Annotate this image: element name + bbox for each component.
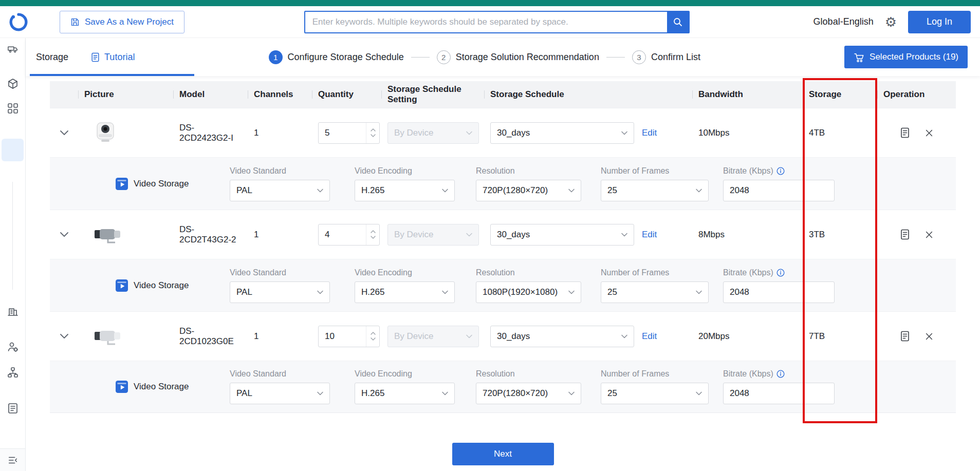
quantity-input[interactable] bbox=[319, 123, 366, 143]
field-label: Video Standard bbox=[230, 166, 330, 176]
tab-storage[interactable]: Storage bbox=[36, 52, 68, 63]
quantity-spinner-icons[interactable] bbox=[366, 123, 379, 143]
edit-link[interactable]: Edit bbox=[642, 331, 657, 341]
delete-x-icon[interactable] bbox=[924, 332, 934, 341]
camera-image bbox=[78, 224, 173, 246]
storage-schedule-select[interactable]: 30_days bbox=[490, 224, 634, 246]
storage-schedule-select[interactable]: 30_days bbox=[490, 326, 634, 347]
collapse-sidebar-icon[interactable] bbox=[0, 448, 25, 471]
main-content: Storage Tutorial 1 Configure Storage Sch… bbox=[26, 38, 980, 471]
active-nav-highlight[interactable] bbox=[2, 139, 24, 161]
vehicle-icon[interactable] bbox=[6, 42, 20, 55]
details-document-icon[interactable] bbox=[900, 127, 910, 139]
search-input[interactable] bbox=[305, 12, 667, 32]
frames-field: Number of Frames 25 bbox=[601, 166, 709, 201]
storage-value: 4TB bbox=[803, 128, 877, 138]
field-label: Video Encoding bbox=[355, 166, 455, 176]
quantity-stepper[interactable] bbox=[318, 326, 380, 347]
bitrate-input[interactable] bbox=[723, 281, 835, 303]
quantity-input[interactable] bbox=[319, 224, 366, 245]
info-icon[interactable] bbox=[776, 167, 785, 175]
channels-value: 1 bbox=[248, 128, 312, 138]
storage-value: 3TB bbox=[803, 230, 877, 240]
resolution-select[interactable]: 720P(1280×720) bbox=[476, 180, 581, 201]
resolution-field: Resolution 720P(1280×720) bbox=[476, 166, 581, 201]
next-button[interactable]: Next bbox=[452, 443, 554, 465]
edit-link[interactable]: Edit bbox=[642, 128, 657, 138]
save-project-button[interactable]: Save As a New Project bbox=[60, 11, 184, 33]
bitrate-input[interactable] bbox=[723, 383, 835, 404]
step-dash bbox=[411, 57, 430, 58]
field-label: Video Encoding bbox=[355, 268, 455, 277]
video-standard-select[interactable]: PAL bbox=[230, 281, 330, 303]
details-document-icon[interactable] bbox=[900, 330, 910, 342]
field-label: Resolution bbox=[476, 268, 581, 277]
frames-select[interactable]: 25 bbox=[601, 281, 709, 303]
quantity-stepper[interactable] bbox=[318, 122, 380, 144]
field-label: Bitrate (Kbps) bbox=[723, 268, 773, 277]
login-button[interactable]: Log In bbox=[908, 11, 971, 33]
video-standard-field: Video Standard PAL bbox=[230, 166, 330, 201]
quantity-spinner-icons[interactable] bbox=[366, 224, 379, 245]
expand-row-chevron-icon[interactable] bbox=[60, 232, 68, 237]
selected-products-button[interactable]: Selected Products (19) bbox=[844, 46, 968, 68]
schedule-setting-select[interactable]: By Device bbox=[387, 122, 479, 144]
brand-logo[interactable] bbox=[9, 13, 28, 31]
bandwidth-value: 20Mbps bbox=[692, 331, 803, 342]
step-dash bbox=[606, 57, 625, 58]
video-encoding-select[interactable]: H.265 bbox=[355, 383, 455, 404]
schedule-setting-select[interactable]: By Device bbox=[387, 224, 479, 246]
video-encoding-select[interactable]: H.265 bbox=[355, 281, 455, 303]
expand-row-chevron-icon[interactable] bbox=[60, 130, 68, 136]
delete-x-icon[interactable] bbox=[924, 128, 934, 138]
resolution-select[interactable]: 1080P(1920×1080) bbox=[476, 281, 581, 303]
table-header-row: Picture Model Channels Quantity Storage … bbox=[50, 81, 956, 108]
settings-gear-icon[interactable]: ⚙ bbox=[885, 15, 897, 29]
save-button-label: Save As a New Project bbox=[85, 17, 174, 27]
details-document-icon[interactable] bbox=[900, 229, 910, 240]
info-icon[interactable] bbox=[776, 370, 785, 378]
hierarchy-icon[interactable] bbox=[6, 366, 20, 379]
progress-stepper: 1 Configure Storage Schedule 2 Storage S… bbox=[269, 50, 700, 64]
model-text: DS-2CD1023G0E bbox=[173, 326, 248, 347]
bitrate-input[interactable] bbox=[723, 180, 835, 201]
video-standard-select[interactable]: PAL bbox=[230, 383, 330, 404]
video-standard-field: Video Standard PAL bbox=[230, 369, 330, 404]
header-quantity: Quantity bbox=[312, 89, 381, 100]
frames-select[interactable]: 25 bbox=[601, 180, 709, 201]
checklist-icon[interactable] bbox=[6, 402, 20, 415]
field-label: Bitrate (Kbps) bbox=[723, 369, 773, 379]
frames-select[interactable]: 25 bbox=[601, 383, 709, 404]
cart-icon bbox=[854, 52, 864, 63]
delete-x-icon[interactable] bbox=[924, 230, 934, 239]
header-bandwidth: Bandwidth bbox=[692, 89, 803, 100]
quantity-input[interactable] bbox=[319, 326, 366, 347]
frames-field: Number of Frames 25 bbox=[601, 369, 709, 404]
bandwidth-value: 8Mbps bbox=[692, 230, 803, 240]
apps-grid-icon[interactable] bbox=[6, 102, 20, 115]
video-storage-label: Video Storage bbox=[134, 382, 189, 392]
resolution-field: Resolution 720P(1280×720) bbox=[476, 369, 581, 404]
header-storage: Storage bbox=[803, 89, 877, 100]
step-3-circle: 3 bbox=[632, 50, 646, 64]
storage-schedule-select[interactable]: 30_days bbox=[490, 122, 634, 144]
video-encoding-select[interactable]: H.265 bbox=[355, 180, 455, 201]
user-settings-icon[interactable] bbox=[6, 340, 20, 353]
quantity-stepper[interactable] bbox=[318, 224, 380, 246]
expand-row-chevron-icon[interactable] bbox=[60, 334, 68, 339]
schedule-setting-select[interactable]: By Device bbox=[387, 326, 479, 347]
search-button[interactable] bbox=[667, 12, 689, 32]
video-encoding-field: Video Encoding H.265 bbox=[355, 369, 455, 404]
video-standard-select[interactable]: PAL bbox=[230, 180, 330, 201]
info-icon[interactable] bbox=[776, 269, 785, 277]
resolution-select[interactable]: 720P(1280×720) bbox=[476, 383, 581, 404]
quantity-spinner-icons[interactable] bbox=[366, 326, 379, 347]
video-storage-icon bbox=[116, 279, 128, 292]
package-icon[interactable] bbox=[6, 77, 20, 90]
header-storage-schedule: Storage Schedule bbox=[484, 89, 692, 100]
edit-link[interactable]: Edit bbox=[642, 230, 657, 239]
tab-tutorial[interactable]: Tutorial bbox=[91, 52, 135, 63]
building-icon[interactable] bbox=[6, 304, 20, 317]
camera-image bbox=[78, 326, 173, 347]
language-selector[interactable]: Global-English bbox=[813, 16, 874, 27]
